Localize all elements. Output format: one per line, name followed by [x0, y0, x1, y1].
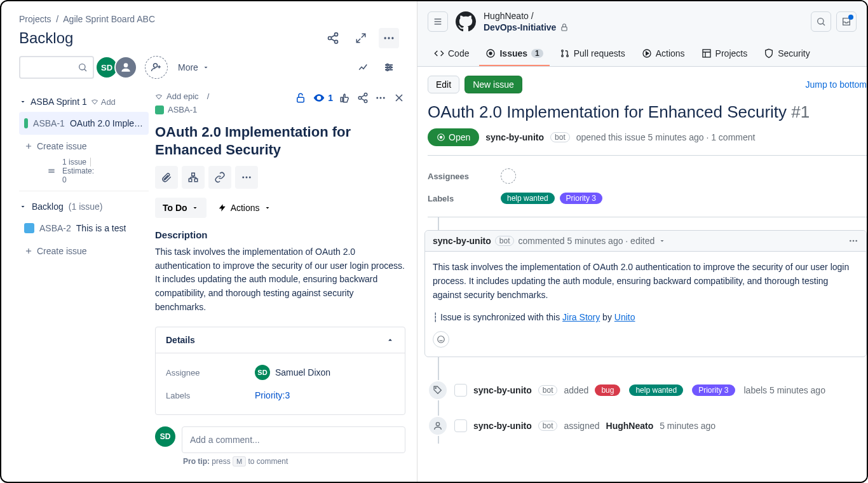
- backlog-header[interactable]: Backlog (1 issue): [19, 196, 149, 217]
- event-avatar[interactable]: [454, 419, 467, 432]
- sidebar-issue-asba1[interactable]: ASBA-1 OAuth 2.0 Implementation for Enha…: [19, 112, 149, 135]
- expand-icon[interactable]: [351, 28, 371, 48]
- bot-badge: bot: [550, 132, 570, 142]
- svg-rect-51: [562, 27, 567, 31]
- tab-code[interactable]: Code: [428, 42, 475, 66]
- unito-link[interactable]: Unito: [614, 312, 635, 322]
- assignee-avatar[interactable]: [501, 168, 516, 184]
- label-help-wanted[interactable]: help wanted: [629, 384, 683, 396]
- watch-button[interactable]: 1: [313, 92, 333, 104]
- code-icon: [434, 48, 444, 58]
- search-input[interactable]: [19, 56, 94, 79]
- svg-point-1: [329, 37, 332, 40]
- event-author[interactable]: sync-by-unito: [473, 385, 532, 395]
- comment-author[interactable]: sync-by-unito: [433, 236, 491, 246]
- svg-line-4: [331, 39, 335, 41]
- status-dropdown[interactable]: To Do: [155, 198, 207, 218]
- issue-open-icon: [437, 133, 445, 142]
- shield-icon: [764, 48, 774, 58]
- new-issue-button[interactable]: New issue: [465, 76, 522, 93]
- lock-icon[interactable]: [295, 92, 306, 104]
- svg-point-5: [384, 37, 386, 39]
- avatar-unassigned[interactable]: [114, 56, 137, 79]
- repo-name[interactable]: DevOps-Initiative: [484, 22, 569, 33]
- insights-icon[interactable]: [353, 57, 374, 78]
- add-epic-link[interactable]: Add epic /: [155, 92, 209, 101]
- bot-badge: bot: [538, 385, 558, 395]
- sprint-add-dates[interactable]: Add: [91, 97, 116, 107]
- add-people-button[interactable]: [145, 56, 168, 79]
- create-issue-backlog[interactable]: Create issue: [19, 240, 149, 262]
- breadcrumb-projects[interactable]: Projects: [19, 14, 51, 24]
- more-dropdown[interactable]: More: [173, 57, 215, 78]
- label-bug[interactable]: bug: [595, 384, 620, 396]
- jira-story-link[interactable]: Jira Story: [562, 312, 600, 322]
- add-reaction-button[interactable]: [433, 331, 449, 348]
- comment-input[interactable]: Add a comment...: [182, 426, 405, 453]
- tab-pulls[interactable]: Pull requests: [553, 42, 632, 66]
- tab-issues[interactable]: Issues1: [479, 42, 549, 66]
- play-icon: [642, 48, 652, 58]
- assignee-value[interactable]: SD Samuel Dixon: [255, 365, 330, 380]
- comment-menu[interactable]: [848, 236, 858, 246]
- close-icon[interactable]: [393, 92, 405, 104]
- timeline-label-event: sync-by-unito bot added bug help wanted …: [428, 372, 867, 408]
- inbox-button[interactable]: [836, 11, 857, 32]
- event-author[interactable]: sync-by-unito: [473, 421, 532, 431]
- svg-point-35: [383, 97, 385, 99]
- comment-meta: commented 5 minutes ago · edited: [518, 236, 654, 246]
- jump-to-bottom-link[interactable]: Jump to bottom: [806, 79, 867, 90]
- issue-number: #1: [791, 102, 810, 121]
- more-actions-button[interactable]: [235, 166, 258, 189]
- tab-projects[interactable]: Projects: [695, 42, 754, 66]
- svg-point-65: [440, 137, 442, 139]
- svg-point-11: [154, 64, 158, 67]
- label-priority-3[interactable]: Priority 3: [560, 193, 602, 204]
- svg-point-57: [561, 55, 563, 57]
- sidebar-issue-asba2[interactable]: ASBA-2 This is a test: [19, 217, 149, 240]
- github-logo[interactable]: [456, 11, 476, 32]
- issue-title[interactable]: OAuth 2.0 Implementation for Enhanced Se…: [155, 123, 405, 158]
- svg-point-68: [855, 240, 857, 242]
- repo-owner[interactable]: HughNeato /: [484, 10, 569, 22]
- svg-point-15: [386, 64, 388, 66]
- link-button[interactable]: [208, 166, 231, 189]
- breadcrumb-board[interactable]: Agile Sprint Board ABC: [63, 14, 155, 24]
- add-child-button[interactable]: [182, 166, 205, 189]
- more-icon[interactable]: [379, 28, 399, 48]
- actions-dropdown[interactable]: Actions: [218, 203, 271, 213]
- tab-actions[interactable]: Actions: [635, 42, 691, 66]
- label-value[interactable]: Priority:3: [255, 390, 290, 400]
- assigned-user[interactable]: HughNeato: [606, 421, 654, 431]
- search-button[interactable]: [811, 11, 831, 32]
- assignee-label: Assignee: [166, 368, 255, 378]
- table-icon: [702, 48, 712, 58]
- svg-point-46: [246, 177, 248, 179]
- details-toggle[interactable]: Details: [156, 327, 405, 353]
- pr-icon: [560, 48, 570, 58]
- svg-point-34: [380, 97, 382, 99]
- more-icon[interactable]: [375, 92, 386, 104]
- edit-button[interactable]: Edit: [428, 76, 459, 93]
- svg-point-56: [561, 50, 563, 52]
- eye-icon: [313, 92, 325, 104]
- event-avatar[interactable]: [454, 384, 467, 397]
- svg-line-31: [361, 95, 364, 97]
- issue-key-breadcrumb[interactable]: ASBA-1: [155, 105, 209, 114]
- hamburger-menu[interactable]: [428, 11, 448, 32]
- issue-summary: This is a test: [76, 223, 126, 233]
- label-priority-3[interactable]: Priority 3: [692, 384, 735, 396]
- sprint-header[interactable]: ASBA Sprint 1 Add: [19, 92, 149, 112]
- issue-author[interactable]: sync-by-unito: [485, 132, 544, 142]
- tab-security[interactable]: Security: [757, 42, 817, 66]
- share-icon[interactable]: [357, 92, 369, 104]
- svg-rect-27: [297, 97, 304, 102]
- attach-button[interactable]: [155, 166, 178, 189]
- label-help-wanted[interactable]: help wanted: [501, 193, 555, 204]
- create-issue-sprint[interactable]: Create issue: [19, 135, 149, 158]
- settings-icon[interactable]: [379, 57, 399, 78]
- vote-icon[interactable]: [339, 92, 351, 104]
- share-icon[interactable]: [323, 28, 343, 48]
- description-text[interactable]: This task involves the implementation of…: [155, 245, 405, 314]
- chevron-down-icon[interactable]: [658, 237, 666, 245]
